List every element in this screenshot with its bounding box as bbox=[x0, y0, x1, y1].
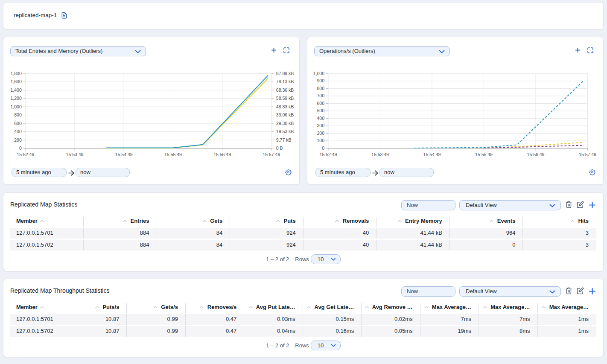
svg-text:600: 600 bbox=[14, 121, 22, 126]
svg-text:1,200: 1,200 bbox=[11, 96, 22, 101]
svg-text:1,000: 1,000 bbox=[11, 104, 22, 109]
svg-text:9.77 kB: 9.77 kB bbox=[276, 137, 292, 143]
svg-text:15:52:49: 15:52:49 bbox=[320, 152, 337, 157]
svg-text:78.13 kB: 78.13 kB bbox=[276, 79, 294, 84]
svg-text:400: 400 bbox=[14, 129, 22, 134]
svg-text:300: 300 bbox=[317, 123, 324, 128]
svg-text:200: 200 bbox=[14, 137, 22, 143]
svg-text:29.30 kB: 29.30 kB bbox=[276, 121, 294, 126]
svg-text:48.83 kB: 48.83 kB bbox=[276, 104, 294, 109]
svg-text:19.53 kB: 19.53 kB bbox=[276, 129, 294, 134]
svg-text:15:55:49: 15:55:49 bbox=[164, 152, 182, 157]
svg-text:15:54:49: 15:54:49 bbox=[423, 152, 441, 157]
svg-text:68.36 kB: 68.36 kB bbox=[276, 87, 294, 93]
svg-text:1,000: 1,000 bbox=[313, 71, 324, 76]
svg-text:600: 600 bbox=[317, 101, 324, 106]
svg-text:100: 100 bbox=[317, 138, 324, 143]
svg-text:0: 0 bbox=[19, 146, 22, 151]
svg-text:0 B: 0 B bbox=[276, 146, 283, 151]
svg-text:15:53:49: 15:53:49 bbox=[371, 152, 389, 157]
svg-text:700: 700 bbox=[317, 93, 324, 98]
svg-text:200: 200 bbox=[317, 131, 324, 136]
svg-text:15:54:49: 15:54:49 bbox=[115, 152, 133, 157]
svg-text:15:52:49: 15:52:49 bbox=[17, 152, 34, 157]
svg-text:15:55:49: 15:55:49 bbox=[475, 152, 493, 157]
svg-text:500: 500 bbox=[317, 108, 324, 113]
svg-text:39.06 kB: 39.06 kB bbox=[276, 112, 294, 117]
svg-text:15:53:49: 15:53:49 bbox=[66, 152, 84, 157]
svg-text:58.59 kB: 58.59 kB bbox=[276, 96, 294, 101]
svg-text:400: 400 bbox=[317, 116, 324, 121]
svg-text:0: 0 bbox=[322, 146, 324, 151]
svg-text:1,600: 1,600 bbox=[11, 79, 22, 84]
svg-text:1,800: 1,800 bbox=[11, 71, 22, 76]
svg-text:15:57:49: 15:57:49 bbox=[263, 152, 280, 157]
svg-text:15:56:49: 15:56:49 bbox=[213, 152, 231, 157]
svg-text:15:56:49: 15:56:49 bbox=[527, 152, 545, 157]
svg-text:87.89 kB: 87.89 kB bbox=[276, 71, 294, 76]
svg-text:15:57:49: 15:57:49 bbox=[579, 152, 596, 157]
svg-text:1,400: 1,400 bbox=[11, 87, 22, 93]
svg-text:900: 900 bbox=[317, 78, 324, 83]
svg-text:800: 800 bbox=[317, 86, 324, 91]
svg-text:800: 800 bbox=[14, 112, 22, 117]
